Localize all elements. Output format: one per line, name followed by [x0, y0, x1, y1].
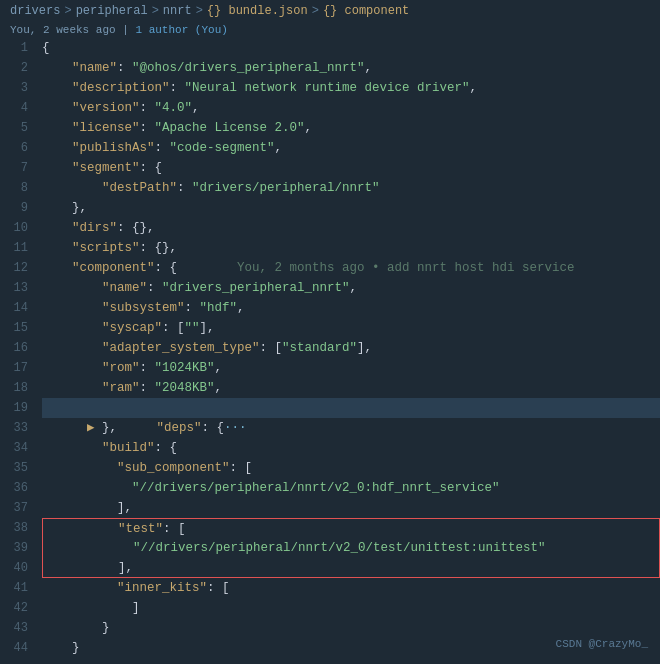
code-line-10: "dirs": {}, — [42, 218, 660, 238]
code-line-15: "syscap": [""], — [42, 318, 660, 338]
crumb-nnrt: nnrt — [163, 4, 192, 18]
code-line-14: "subsystem": "hdf", — [42, 298, 660, 318]
code-line-6: "publishAs": "code-segment", — [42, 138, 660, 158]
code-line-33: }, — [42, 418, 660, 438]
code-line-16: "adapter_system_type": ["standard"], — [42, 338, 660, 358]
git-info-bar: You, 2 weeks ago | 1 author (You) — [0, 22, 660, 38]
code-line-37: ], — [42, 498, 660, 518]
code-area: 1 2 3 4 5 6 7 8 9 10 11 12 13 14 15 16 1… — [0, 38, 660, 658]
code-line-13: "name": "drivers_peripheral_nnrt", — [42, 278, 660, 298]
code-line-41: "inner_kits": [ — [42, 578, 660, 598]
code-line-9: }, — [42, 198, 660, 218]
breadcrumb: drivers > peripheral > nnrt > {} bundle.… — [0, 0, 660, 22]
git-author: 1 author (You) — [135, 24, 227, 36]
watermark: CSDN @CrazyMo_ — [556, 638, 648, 650]
code-line-17: "rom": "1024KB", — [42, 358, 660, 378]
code-line-4: "version": "4.0", — [42, 98, 660, 118]
crumb-component: {} component — [323, 4, 409, 18]
code-line-2: "name": "@ohos/drivers_peripheral_nnrt", — [42, 58, 660, 78]
code-line-1: { — [42, 38, 660, 58]
code-line-7: "segment": { — [42, 158, 660, 178]
code-line-36: "//drivers/peripheral/nnrt/v2_0:hdf_nnrt… — [42, 478, 660, 498]
code-line-38: "test": [ — [42, 518, 660, 538]
git-time: You, 2 weeks ago — [10, 24, 116, 36]
code-line-8: "destPath": "drivers/peripheral/nnrt" — [42, 178, 660, 198]
code-line-19[interactable]: ▶ "deps": {··· — [42, 398, 660, 418]
code-line-42: ] — [42, 598, 660, 618]
crumb-drivers: drivers — [10, 4, 60, 18]
code-line-40: ], — [42, 558, 660, 578]
code-line-43: } — [42, 618, 660, 638]
code-content: { "name": "@ohos/drivers_peripheral_nnrt… — [36, 38, 660, 658]
code-line-18: "ram": "2048KB", — [42, 378, 660, 398]
line-numbers: 1 2 3 4 5 6 7 8 9 10 11 12 13 14 15 16 1… — [0, 38, 36, 658]
code-line-34: "build": { — [42, 438, 660, 458]
code-line-11: "scripts": {}, — [42, 238, 660, 258]
crumb-bundle-json: {} bundle.json — [207, 4, 308, 18]
code-line-39: "//drivers/peripheral/nnrt/v2_0/test/uni… — [42, 538, 660, 558]
code-line-5: "license": "Apache License 2.0", — [42, 118, 660, 138]
code-line-3: "description": "Neural network runtime d… — [42, 78, 660, 98]
crumb-peripheral: peripheral — [76, 4, 148, 18]
code-line-35: "sub_component": [ — [42, 458, 660, 478]
code-line-12: "component": { You, 2 months ago • add n… — [42, 258, 660, 278]
